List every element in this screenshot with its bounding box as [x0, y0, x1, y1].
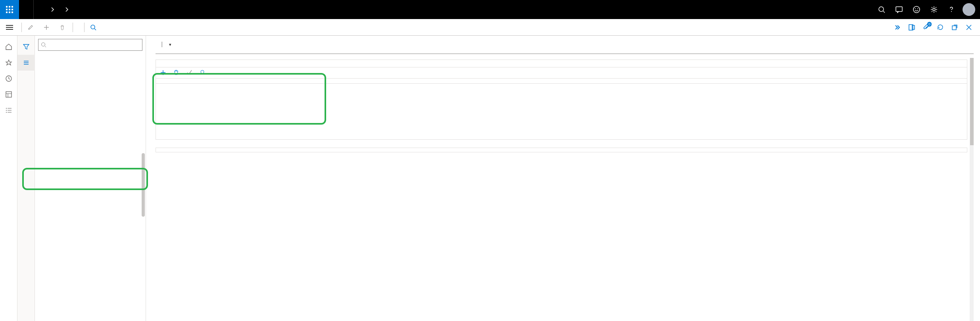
- search-button[interactable]: [874, 0, 890, 19]
- left-nav-rail: [0, 36, 17, 321]
- svg-point-18: [6, 110, 7, 111]
- svg-point-4: [915, 8, 916, 9]
- chevron-right-icon: [51, 7, 54, 12]
- delete-button[interactable]: [55, 23, 71, 32]
- close-icon[interactable]: [964, 23, 974, 32]
- check-icon: [187, 70, 192, 75]
- svg-line-27: [45, 46, 46, 47]
- svg-rect-12: [952, 26, 956, 30]
- settings-button[interactable]: [926, 0, 942, 19]
- scrollbar-thumb[interactable]: [970, 58, 974, 145]
- home-icon[interactable]: [0, 39, 17, 55]
- command-bar-right: 0: [893, 23, 977, 32]
- remove-button[interactable]: [174, 70, 181, 75]
- refresh-icon[interactable]: [936, 23, 945, 32]
- svg-point-3: [913, 6, 920, 13]
- panel-title: [156, 60, 967, 67]
- trash-icon: [59, 24, 65, 31]
- edit-button[interactable]: [23, 23, 39, 32]
- plus-icon: [43, 24, 50, 31]
- search-icon: [41, 42, 46, 48]
- list-view-icon[interactable]: [17, 55, 35, 71]
- panel-empty-space: [156, 84, 967, 139]
- divider: [21, 23, 22, 32]
- app-name[interactable]: [19, 0, 34, 19]
- separator: |: [159, 40, 164, 47]
- svg-point-17: [6, 108, 7, 109]
- modules-icon[interactable]: [0, 102, 17, 118]
- svg-point-26: [42, 43, 45, 46]
- svg-line-1: [883, 11, 885, 13]
- trash-icon: [174, 70, 179, 75]
- page-header: | ▾: [156, 40, 974, 47]
- page-search-button[interactable]: [86, 23, 100, 32]
- hierarchies-grid: [156, 79, 967, 84]
- svg-point-8: [91, 25, 95, 29]
- avatar-initials: [963, 3, 975, 16]
- main-content: | ▾: [146, 36, 980, 321]
- content-scrollbar[interactable]: [970, 58, 974, 321]
- divider: [84, 23, 85, 32]
- edit-icon: [27, 24, 34, 31]
- attachment-count-badge: 0: [927, 22, 932, 27]
- svg-point-6: [933, 8, 935, 11]
- add-button[interactable]: [161, 70, 167, 75]
- svg-rect-11: [912, 25, 915, 29]
- svg-line-9: [94, 29, 96, 30]
- svg-rect-14: [6, 92, 12, 97]
- allowed-org-types-panel: [156, 148, 967, 152]
- breadcrumb: [34, 7, 869, 12]
- top-right-actions: [869, 0, 980, 19]
- search-icon: [200, 70, 206, 75]
- svg-rect-2: [896, 7, 902, 12]
- svg-point-28: [201, 70, 204, 73]
- filter-box[interactable]: [38, 39, 142, 51]
- svg-line-29: [204, 73, 205, 75]
- messages-button[interactable]: [891, 0, 907, 19]
- recent-icon[interactable]: [0, 71, 17, 86]
- svg-point-19: [6, 112, 7, 113]
- col-assigned[interactable]: [192, 79, 967, 84]
- svg-point-7: [951, 11, 952, 12]
- workspaces-icon[interactable]: [0, 86, 17, 102]
- purpose-field-value[interactable]: [156, 52, 974, 54]
- view-hierarchy-button[interactable]: [200, 70, 208, 75]
- col-default[interactable]: [156, 79, 192, 84]
- favorites-icon[interactable]: [0, 55, 17, 71]
- filter-input[interactable]: [49, 42, 140, 48]
- panel-toolbar: [156, 67, 967, 79]
- open-in-office-icon[interactable]: [907, 23, 917, 32]
- filter-icon[interactable]: [17, 39, 35, 55]
- help-button[interactable]: [943, 0, 959, 19]
- scrollbar-thumb[interactable]: [142, 153, 145, 217]
- divider: [73, 23, 73, 32]
- set-default-button[interactable]: [187, 70, 194, 75]
- svg-point-5: [917, 8, 918, 9]
- filter-rail: [17, 36, 35, 321]
- plus-icon: [161, 70, 165, 75]
- chevron-right-icon: [65, 7, 69, 12]
- user-avatar[interactable]: [961, 0, 977, 19]
- nav-toggle-button[interactable]: [3, 21, 16, 34]
- svg-point-0: [879, 7, 884, 12]
- app-launcher[interactable]: [0, 0, 19, 19]
- attachments-icon[interactable]: 0: [921, 23, 931, 32]
- feedback-button[interactable]: [909, 0, 924, 19]
- popout-icon[interactable]: [950, 23, 959, 32]
- top-bar: [0, 0, 980, 19]
- command-bar: 0: [0, 19, 980, 36]
- assigned-hierarchies-panel: [156, 60, 967, 140]
- chevron-down-icon: ▾: [169, 42, 171, 47]
- electronic-reporting-icon[interactable]: [893, 23, 902, 32]
- waffle-icon: [6, 6, 13, 13]
- new-button[interactable]: [39, 23, 55, 32]
- options-button[interactable]: [75, 26, 83, 29]
- main-shell: | ▾: [0, 36, 980, 321]
- search-icon: [90, 24, 96, 31]
- purposes-side-list: [35, 36, 146, 321]
- view-selector[interactable]: ▾: [168, 40, 171, 47]
